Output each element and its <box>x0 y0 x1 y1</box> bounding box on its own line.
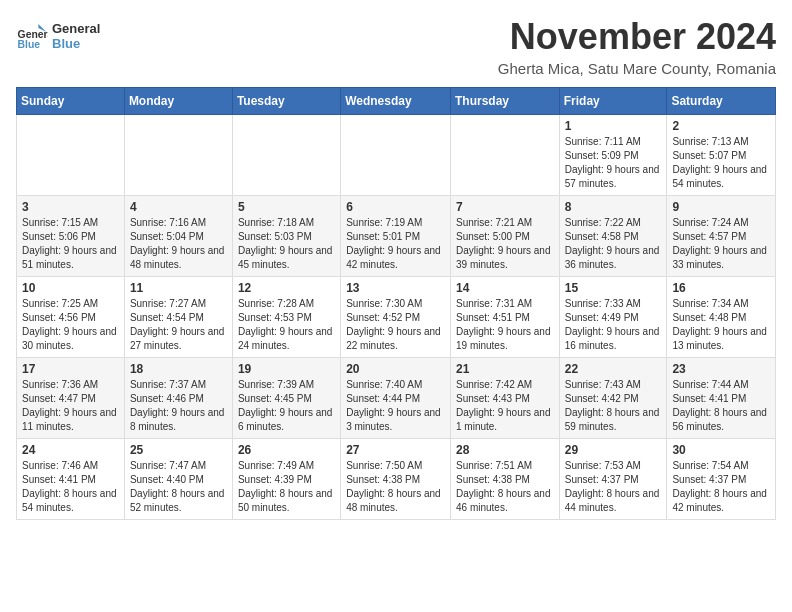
calendar-cell: 12Sunrise: 7:28 AMSunset: 4:53 PMDayligh… <box>232 277 340 358</box>
day-number: 17 <box>22 362 119 376</box>
day-number: 9 <box>672 200 770 214</box>
day-header-tuesday: Tuesday <box>232 88 340 115</box>
day-info: Sunrise: 7:34 AMSunset: 4:48 PMDaylight:… <box>672 297 770 353</box>
day-header-monday: Monday <box>124 88 232 115</box>
calendar-cell <box>232 115 340 196</box>
calendar-cell <box>17 115 125 196</box>
day-number: 12 <box>238 281 335 295</box>
calendar-body: 1Sunrise: 7:11 AMSunset: 5:09 PMDaylight… <box>17 115 776 520</box>
calendar-cell <box>450 115 559 196</box>
day-info: Sunrise: 7:18 AMSunset: 5:03 PMDaylight:… <box>238 216 335 272</box>
week-row-5: 24Sunrise: 7:46 AMSunset: 4:41 PMDayligh… <box>17 439 776 520</box>
calendar-cell: 20Sunrise: 7:40 AMSunset: 4:44 PMDayligh… <box>341 358 451 439</box>
calendar-cell: 18Sunrise: 7:37 AMSunset: 4:46 PMDayligh… <box>124 358 232 439</box>
day-header-wednesday: Wednesday <box>341 88 451 115</box>
day-info: Sunrise: 7:44 AMSunset: 4:41 PMDaylight:… <box>672 378 770 434</box>
calendar-cell: 3Sunrise: 7:15 AMSunset: 5:06 PMDaylight… <box>17 196 125 277</box>
day-info: Sunrise: 7:54 AMSunset: 4:37 PMDaylight:… <box>672 459 770 515</box>
day-info: Sunrise: 7:49 AMSunset: 4:39 PMDaylight:… <box>238 459 335 515</box>
calendar-cell: 15Sunrise: 7:33 AMSunset: 4:49 PMDayligh… <box>559 277 667 358</box>
title-section: November 2024 Gherta Mica, Satu Mare Cou… <box>498 16 776 77</box>
calendar-cell: 8Sunrise: 7:22 AMSunset: 4:58 PMDaylight… <box>559 196 667 277</box>
day-number: 19 <box>238 362 335 376</box>
day-number: 1 <box>565 119 662 133</box>
day-info: Sunrise: 7:46 AMSunset: 4:41 PMDaylight:… <box>22 459 119 515</box>
day-number: 6 <box>346 200 445 214</box>
calendar-cell: 10Sunrise: 7:25 AMSunset: 4:56 PMDayligh… <box>17 277 125 358</box>
day-info: Sunrise: 7:37 AMSunset: 4:46 PMDaylight:… <box>130 378 227 434</box>
day-number: 23 <box>672 362 770 376</box>
calendar-cell: 5Sunrise: 7:18 AMSunset: 5:03 PMDaylight… <box>232 196 340 277</box>
day-header-friday: Friday <box>559 88 667 115</box>
logo-icon: General Blue <box>16 20 48 52</box>
svg-text:Blue: Blue <box>18 39 41 50</box>
calendar-cell: 6Sunrise: 7:19 AMSunset: 5:01 PMDaylight… <box>341 196 451 277</box>
calendar-cell: 21Sunrise: 7:42 AMSunset: 4:43 PMDayligh… <box>450 358 559 439</box>
day-number: 4 <box>130 200 227 214</box>
day-number: 11 <box>130 281 227 295</box>
calendar-cell: 16Sunrise: 7:34 AMSunset: 4:48 PMDayligh… <box>667 277 776 358</box>
day-info: Sunrise: 7:39 AMSunset: 4:45 PMDaylight:… <box>238 378 335 434</box>
day-info: Sunrise: 7:28 AMSunset: 4:53 PMDaylight:… <box>238 297 335 353</box>
day-number: 26 <box>238 443 335 457</box>
day-header-thursday: Thursday <box>450 88 559 115</box>
day-header-saturday: Saturday <box>667 88 776 115</box>
day-number: 15 <box>565 281 662 295</box>
day-info: Sunrise: 7:43 AMSunset: 4:42 PMDaylight:… <box>565 378 662 434</box>
day-number: 22 <box>565 362 662 376</box>
day-number: 8 <box>565 200 662 214</box>
day-info: Sunrise: 7:11 AMSunset: 5:09 PMDaylight:… <box>565 135 662 191</box>
day-number: 3 <box>22 200 119 214</box>
day-info: Sunrise: 7:13 AMSunset: 5:07 PMDaylight:… <box>672 135 770 191</box>
calendar-cell: 9Sunrise: 7:24 AMSunset: 4:57 PMDaylight… <box>667 196 776 277</box>
calendar-cell: 2Sunrise: 7:13 AMSunset: 5:07 PMDaylight… <box>667 115 776 196</box>
day-info: Sunrise: 7:25 AMSunset: 4:56 PMDaylight:… <box>22 297 119 353</box>
day-info: Sunrise: 7:40 AMSunset: 4:44 PMDaylight:… <box>346 378 445 434</box>
day-number: 25 <box>130 443 227 457</box>
calendar-cell: 27Sunrise: 7:50 AMSunset: 4:38 PMDayligh… <box>341 439 451 520</box>
day-number: 16 <box>672 281 770 295</box>
logo-line1: General <box>52 21 100 36</box>
day-info: Sunrise: 7:30 AMSunset: 4:52 PMDaylight:… <box>346 297 445 353</box>
day-info: Sunrise: 7:33 AMSunset: 4:49 PMDaylight:… <box>565 297 662 353</box>
location-subtitle: Gherta Mica, Satu Mare County, Romania <box>498 60 776 77</box>
day-number: 2 <box>672 119 770 133</box>
calendar-cell: 29Sunrise: 7:53 AMSunset: 4:37 PMDayligh… <box>559 439 667 520</box>
day-info: Sunrise: 7:50 AMSunset: 4:38 PMDaylight:… <box>346 459 445 515</box>
week-row-1: 1Sunrise: 7:11 AMSunset: 5:09 PMDaylight… <box>17 115 776 196</box>
day-number: 28 <box>456 443 554 457</box>
day-number: 7 <box>456 200 554 214</box>
day-number: 30 <box>672 443 770 457</box>
day-info: Sunrise: 7:47 AMSunset: 4:40 PMDaylight:… <box>130 459 227 515</box>
day-info: Sunrise: 7:31 AMSunset: 4:51 PMDaylight:… <box>456 297 554 353</box>
calendar-cell: 24Sunrise: 7:46 AMSunset: 4:41 PMDayligh… <box>17 439 125 520</box>
day-number: 27 <box>346 443 445 457</box>
day-number: 13 <box>346 281 445 295</box>
day-number: 18 <box>130 362 227 376</box>
day-number: 29 <box>565 443 662 457</box>
header-row: SundayMondayTuesdayWednesdayThursdayFrid… <box>17 88 776 115</box>
day-info: Sunrise: 7:21 AMSunset: 5:00 PMDaylight:… <box>456 216 554 272</box>
calendar-cell: 22Sunrise: 7:43 AMSunset: 4:42 PMDayligh… <box>559 358 667 439</box>
day-info: Sunrise: 7:24 AMSunset: 4:57 PMDaylight:… <box>672 216 770 272</box>
calendar-cell <box>341 115 451 196</box>
calendar-cell: 13Sunrise: 7:30 AMSunset: 4:52 PMDayligh… <box>341 277 451 358</box>
day-number: 20 <box>346 362 445 376</box>
day-info: Sunrise: 7:53 AMSunset: 4:37 PMDaylight:… <box>565 459 662 515</box>
day-number: 21 <box>456 362 554 376</box>
logo: General Blue General Blue <box>16 20 100 52</box>
day-number: 10 <box>22 281 119 295</box>
day-info: Sunrise: 7:16 AMSunset: 5:04 PMDaylight:… <box>130 216 227 272</box>
calendar-cell: 7Sunrise: 7:21 AMSunset: 5:00 PMDaylight… <box>450 196 559 277</box>
day-number: 14 <box>456 281 554 295</box>
day-number: 24 <box>22 443 119 457</box>
calendar-cell: 30Sunrise: 7:54 AMSunset: 4:37 PMDayligh… <box>667 439 776 520</box>
calendar-cell: 1Sunrise: 7:11 AMSunset: 5:09 PMDaylight… <box>559 115 667 196</box>
calendar-cell <box>124 115 232 196</box>
day-info: Sunrise: 7:19 AMSunset: 5:01 PMDaylight:… <box>346 216 445 272</box>
calendar-cell: 23Sunrise: 7:44 AMSunset: 4:41 PMDayligh… <box>667 358 776 439</box>
logo-line2: Blue <box>52 36 100 51</box>
week-row-4: 17Sunrise: 7:36 AMSunset: 4:47 PMDayligh… <box>17 358 776 439</box>
calendar-cell: 19Sunrise: 7:39 AMSunset: 4:45 PMDayligh… <box>232 358 340 439</box>
day-info: Sunrise: 7:22 AMSunset: 4:58 PMDaylight:… <box>565 216 662 272</box>
